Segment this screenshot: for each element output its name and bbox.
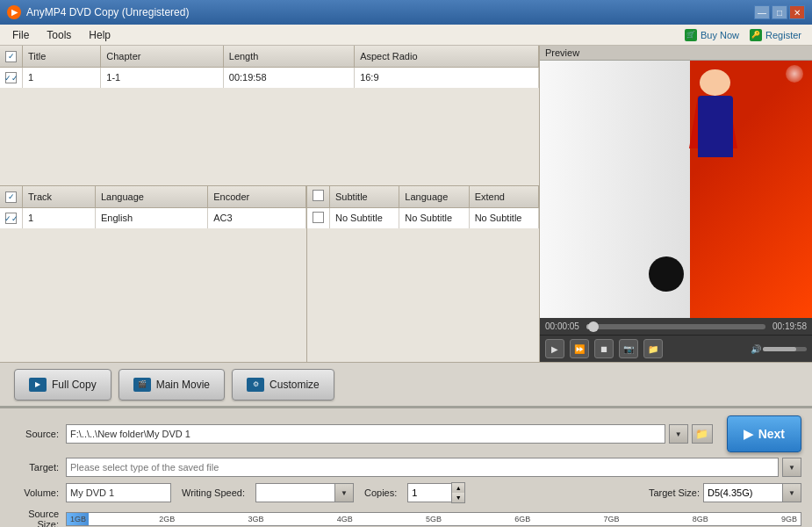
play-button[interactable]: ▶ [545,339,564,358]
config-area: Source: ▼ 📁 ▶ Next Target: ▼ Volume: Wri… [0,408,812,527]
customize-icon: ⚙ [247,378,264,392]
copies-label: Copies: [361,487,400,498]
audio-col-check: ✓ [0,186,23,207]
snapshot-button[interactable]: 📷 [619,339,638,358]
target-label: Target: [11,462,59,473]
register-button[interactable]: 🔑 Register [750,29,801,41]
video-checkbox-1[interactable]: ✓ [5,72,17,83]
time-end: 00:19:58 [772,321,807,331]
table-row: ✓ 1 1-1 00:19:58 16:9 [0,67,539,88]
sub-col-check [307,186,330,207]
cart-icon: 🛒 [685,29,697,41]
source-row: Source: ▼ 📁 ▶ Next [11,415,801,452]
character-head [700,69,730,96]
source-size-label: Source Size: [11,509,59,527]
video-col-length: Length [223,46,354,67]
copies-input[interactable] [407,483,451,502]
menu-help[interactable]: Help [80,27,119,43]
video-row-length: 00:19:58 [223,67,354,88]
main-movie-button[interactable]: 🎬 Main Movie [119,369,225,401]
player-controls: ▶ ⏩ ⏹ 📷 📁 🔊 [540,335,812,362]
minimize-button[interactable]: — [754,5,770,19]
time-start: 00:00:05 [545,321,579,331]
sub-col-language: Language [399,186,469,207]
video-table: ✓ Title Chapter Length Aspect Radio ✓ 1 … [0,46,539,186]
folder-button[interactable]: 📁 [643,339,663,358]
writing-speed-label: Writing Speed: [178,487,248,498]
target-dropdown-button[interactable]: ▼ [782,458,801,477]
source-input-wrap: ▼ 📁 [66,424,713,444]
video-col-title: Title [23,46,101,67]
size-label-8gb: 8GB [693,515,708,523]
target-row: Target: ▼ [11,458,801,477]
copies-down[interactable]: ▼ [452,493,464,502]
menu-file[interactable]: File [4,27,38,43]
source-label: Source: [11,429,59,439]
full-copy-button[interactable]: ▶ Full Copy [14,369,111,401]
audio-subtitle-area: ✓ Track Language Encoder ✓ 1 English AC3 [0,186,539,362]
fast-forward-button[interactable]: ⏩ [570,339,589,358]
size-label-1gb: 1GB [70,515,86,523]
preview-label: Preview [540,46,812,61]
volume-icon: 🔊 [751,344,761,354]
sub-row-check[interactable] [307,207,330,228]
video-col-aspect: Aspect Radio [355,46,539,67]
table-row: No Subtitle No Subtitle No Subtitle [307,207,539,228]
progress-bar[interactable] [586,324,765,329]
source-folder-button[interactable]: 📁 [692,424,713,444]
target-size-input[interactable] [703,483,782,502]
size-label-7gb: 7GB [603,515,619,523]
target-input[interactable] [66,458,779,477]
audio-row-check[interactable]: ✓ [0,207,23,228]
video-header-checkbox[interactable]: ✓ [5,51,17,62]
target-size-wrap: Target Size: ▼ [649,483,801,502]
table-row: ✓ 1 English AC3 [0,207,306,228]
customize-button[interactable]: ⚙ Customize [232,369,334,401]
preview-controls-bar: 00:00:05 00:19:58 [540,318,812,335]
preview-panel: Preview 00:00:05 00:19:58 [540,46,812,362]
volume-slider[interactable] [763,347,807,351]
stop-button[interactable]: ⏹ [594,339,614,358]
source-dropdown-button[interactable]: ▼ [669,424,688,444]
audio-row-track: 1 [23,207,96,228]
sub-row-language: No Subtitle [399,207,469,228]
video-row-chapter: 1-1 [101,67,223,88]
sub-checkbox-1[interactable] [313,212,324,223]
sub-col-extend: Extend [469,186,538,207]
next-button[interactable]: ▶ Next [727,415,801,452]
video-col-check: ✓ [0,46,23,67]
maximize-button[interactable]: □ [772,5,787,19]
audio-header-checkbox[interactable]: ✓ [5,191,17,203]
action-bar: ▶ Full Copy 🎬 Main Movie ⚙ Customize [0,362,812,408]
size-bar-labels: 1GB 2GB 3GB 4GB 5GB 6GB 7GB 8GB 9GB [67,513,801,525]
source-input[interactable] [66,424,665,444]
buy-now-button[interactable]: 🛒 Buy Now [685,29,739,41]
audio-col-track: Track [23,186,96,207]
main-area: ✓ Title Chapter Length Aspect Radio ✓ 1 … [0,46,812,362]
character-body [698,96,733,157]
target-size-dropdown[interactable]: ▼ [782,483,801,502]
sub-header-checkbox[interactable] [313,190,324,201]
copies-wrap: ▲ ▼ [407,482,465,503]
sub-row-extend: No Subtitle [469,207,538,228]
copies-spinner: ▲ ▼ [451,482,465,503]
buy-register-area: 🛒 Buy Now 🔑 Register [685,29,808,41]
volume-input[interactable] [66,483,171,502]
writing-speed-input[interactable] [255,483,334,502]
menu-tools[interactable]: Tools [38,27,80,43]
size-label-3gb: 3GB [248,515,263,523]
scene-ball [649,256,684,292]
audio-checkbox-1[interactable]: ✓ [5,213,17,224]
left-panel: ✓ Title Chapter Length Aspect Radio ✓ 1 … [0,46,540,362]
video-row-check[interactable]: ✓ [0,67,23,88]
audio-col-language: Language [95,186,207,207]
menu-bar: File Tools Help 🛒 Buy Now 🔑 Register [0,25,812,46]
target-input-wrap: ▼ [66,458,801,477]
size-label-6gb: 6GB [514,515,530,523]
size-label-9gb: 9GB [781,515,797,523]
character [689,69,742,175]
copies-up[interactable]: ▲ [452,483,464,493]
close-button[interactable]: ✕ [789,5,805,19]
volume-fill [763,347,796,351]
writing-speed-dropdown[interactable]: ▼ [334,483,354,502]
